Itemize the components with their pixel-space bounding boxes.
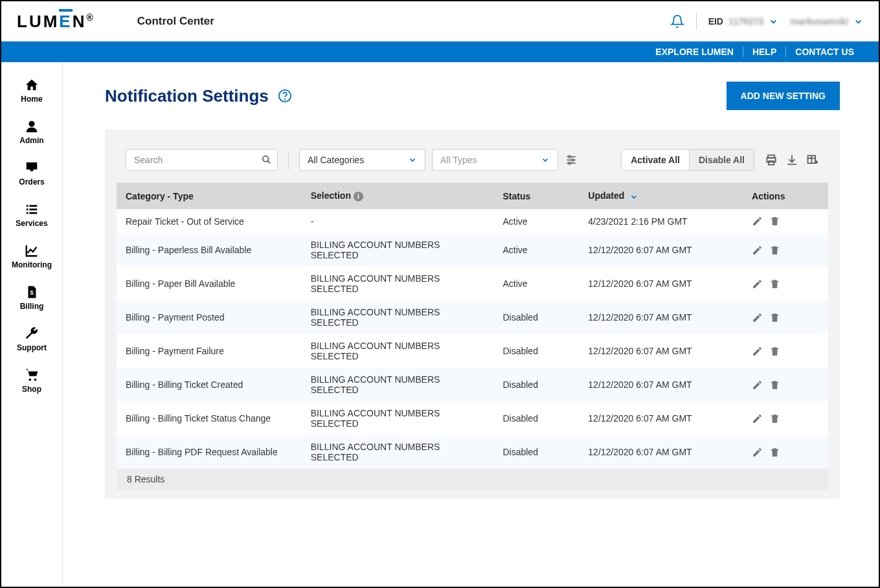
logo[interactable]: LUMEN® — [17, 12, 95, 32]
delete-icon[interactable] — [769, 216, 780, 227]
activate-disable-group: Activate All Disable All — [621, 149, 754, 171]
invoice-icon: $ — [25, 285, 39, 299]
delete-icon[interactable] — [769, 346, 780, 357]
type-select[interactable]: All Types — [432, 149, 558, 171]
sidebar-item-shop[interactable]: Shop — [1, 360, 62, 401]
print-icon[interactable] — [765, 153, 778, 166]
sidebar-item-support[interactable]: Support — [1, 319, 62, 360]
cell-updated: 12/12/2020 6:07 AM GMT — [579, 267, 743, 300]
nav-explore-lumen[interactable]: EXPLORE LUMEN — [646, 47, 743, 57]
chevron-down-icon — [541, 155, 550, 164]
edit-icon[interactable] — [752, 346, 763, 357]
table-row: Billing - Paper Bill AvailableBILLING AC… — [117, 267, 828, 300]
activate-all-button[interactable]: Activate All — [622, 150, 689, 170]
settings-panel: All Categories All Types Activate All Di… — [105, 130, 840, 499]
edit-icon[interactable] — [752, 312, 763, 323]
download-icon[interactable] — [785, 153, 798, 166]
search-input[interactable] — [126, 149, 278, 171]
sort-desc-icon — [629, 192, 638, 201]
cell-selection: BILLING ACCOUNT NUMBERS SELECTED — [302, 334, 494, 368]
col-status[interactable]: Status — [493, 183, 579, 209]
delete-icon[interactable] — [769, 379, 780, 390]
cell-status: Active — [493, 267, 579, 300]
category-select[interactable]: All Categories — [299, 149, 425, 171]
cell-updated: 12/12/2020 6:07 AM GMT — [579, 300, 743, 334]
app-title: Control Center — [137, 15, 214, 28]
svg-point-15 — [569, 155, 570, 157]
table-row: Billing - Billing Ticket CreatedBILLING … — [117, 368, 828, 401]
edit-icon[interactable] — [752, 216, 763, 227]
edit-icon[interactable] — [752, 379, 763, 390]
delete-icon[interactable] — [769, 312, 780, 323]
columns-icon[interactable] — [806, 153, 819, 166]
sidebar-item-label: Admin — [19, 136, 43, 145]
cell-updated: 12/12/2020 6:07 AM GMT — [579, 368, 743, 401]
svg-point-12 — [263, 156, 269, 162]
table-row: Billing - Billing PDF Request AvailableB… — [117, 435, 828, 469]
cell-status: Disabled — [493, 435, 579, 469]
cell-selection: BILLING ACCOUNT NUMBERS SELECTED — [302, 233, 494, 267]
toolbar: All Categories All Types Activate All Di… — [117, 149, 828, 171]
cell-category: Billing - Payment Failure — [117, 334, 302, 368]
edit-icon[interactable] — [752, 413, 763, 424]
delete-icon[interactable] — [769, 245, 780, 256]
settings-table: Category - Type Selectioni Status Update… — [117, 183, 828, 469]
nav-contact-us[interactable]: CONTACT US — [786, 47, 863, 57]
add-new-setting-button[interactable]: ADD NEW SETTING — [727, 82, 840, 110]
svg-rect-1 — [27, 205, 28, 207]
table-row: Repair Ticket - Out of Service-Active4/2… — [117, 209, 828, 233]
sidebar-item-orders[interactable]: Orders — [1, 153, 62, 194]
nav-help[interactable]: HELP — [743, 47, 785, 57]
svg-point-19 — [569, 162, 570, 164]
eid-label: EID — [708, 16, 723, 27]
cell-selection: - — [302, 209, 494, 233]
search-icon[interactable] — [262, 155, 271, 164]
table-row: Billing - Billing Ticket Status ChangeBI… — [117, 401, 828, 435]
cell-selection: BILLING ACCOUNT NUMBERS SELECTED — [302, 300, 494, 334]
type-select-value: All Types — [440, 155, 477, 165]
cell-selection: BILLING ACCOUNT NUMBERS SELECTED — [302, 267, 494, 300]
notifications-bell-icon[interactable] — [670, 14, 684, 28]
filter-settings-icon[interactable] — [565, 153, 578, 166]
user-dropdown[interactable]: markusamski — [790, 16, 863, 27]
help-icon[interactable] — [278, 89, 292, 103]
svg-rect-4 — [29, 209, 37, 210]
edit-icon[interactable] — [752, 278, 763, 289]
sidebar-item-admin[interactable]: Admin — [1, 111, 62, 153]
cell-updated: 12/12/2020 6:07 AM GMT — [579, 233, 743, 267]
cell-updated: 12/12/2020 6:07 AM GMT — [579, 401, 743, 435]
sidebar-item-services[interactable]: Services — [1, 194, 62, 236]
cell-category: Billing - Paper Bill Available — [117, 267, 302, 300]
results-summary: 8 Results — [117, 469, 828, 490]
col-selection[interactable]: Selectioni — [302, 183, 494, 209]
cell-updated: 12/12/2020 6:07 AM GMT — [579, 334, 743, 368]
cell-status: Disabled — [493, 368, 579, 401]
chevron-down-icon — [408, 155, 417, 164]
sidebar-item-label: Home — [21, 95, 42, 104]
svg-point-0 — [28, 121, 34, 127]
inbox-icon — [25, 161, 39, 175]
sidebar-item-billing[interactable]: $ Billing — [1, 277, 62, 319]
info-icon[interactable]: i — [354, 192, 363, 201]
cell-selection: BILLING ACCOUNT NUMBERS SELECTED — [302, 401, 494, 435]
sidebar-item-monitoring[interactable]: Monitoring — [1, 236, 62, 277]
category-select-value: All Categories — [308, 155, 364, 165]
svg-rect-5 — [27, 212, 28, 214]
chevron-down-icon — [853, 17, 863, 27]
edit-icon[interactable] — [752, 245, 763, 256]
cell-actions — [743, 435, 828, 469]
col-category[interactable]: Category - Type — [117, 183, 302, 209]
delete-icon[interactable] — [769, 278, 780, 289]
cell-actions — [743, 233, 828, 267]
col-updated[interactable]: Updated — [579, 183, 743, 209]
disable-all-button[interactable]: Disable All — [689, 150, 754, 170]
edit-icon[interactable] — [752, 447, 763, 458]
delete-icon[interactable] — [769, 447, 780, 458]
user-name: markusamski — [790, 16, 848, 27]
cell-actions — [743, 368, 828, 401]
eid-value: 1176272 — [728, 16, 764, 27]
table-row: Billing - Payment FailureBILLING ACCOUNT… — [117, 334, 828, 368]
delete-icon[interactable] — [769, 413, 780, 424]
eid-dropdown[interactable]: EID 1176272 — [708, 16, 779, 27]
sidebar-item-home[interactable]: Home — [1, 70, 62, 111]
